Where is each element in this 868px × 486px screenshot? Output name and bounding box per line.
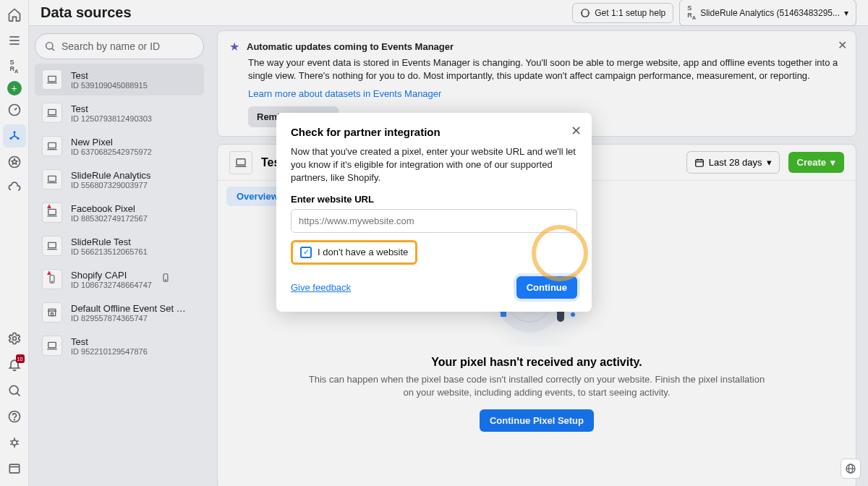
modal-title: Check for partner integration	[291, 126, 577, 138]
partner-modal: ✕ Check for partner integration Now that…	[276, 113, 592, 312]
continue-button[interactable]: Continue	[516, 276, 577, 299]
modal-close-icon[interactable]: ✕	[571, 123, 582, 139]
website-url-input[interactable]	[291, 209, 577, 233]
give-feedback-link[interactable]: Give feedback	[291, 282, 351, 293]
url-label: Enter website URL	[291, 194, 577, 205]
no-website-checkbox[interactable]: ✓ I don't have a website	[291, 240, 417, 265]
globe-icon[interactable]	[841, 459, 861, 479]
check-icon: ✓	[300, 247, 312, 258]
modal-desc: Now that you've created a pixel, enter y…	[291, 145, 577, 185]
